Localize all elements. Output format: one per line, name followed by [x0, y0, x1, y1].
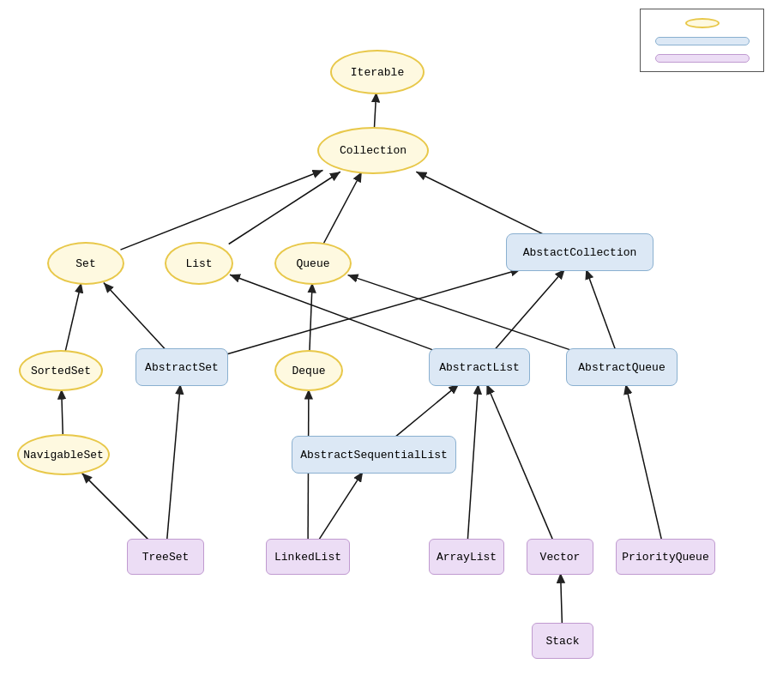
- node-abstractset: AbstractSet: [136, 348, 228, 386]
- legend-class-label: [655, 54, 750, 63]
- node-abstractseqlist: AbstractSequentialList: [292, 436, 456, 474]
- svg-line-5: [416, 172, 545, 235]
- node-sortedset: SortedSet: [19, 350, 103, 391]
- legend-class-item: [653, 54, 751, 63]
- svg-line-6: [65, 283, 81, 353]
- node-collection: Collection: [317, 127, 429, 174]
- legend-abstract-item: [653, 37, 751, 45]
- node-treeset: TreeSet: [127, 539, 204, 575]
- svg-line-20: [467, 384, 478, 540]
- node-abstractlist: AbstractList: [429, 348, 530, 386]
- node-arraylist: ArrayList: [429, 539, 504, 575]
- legend: [640, 9, 764, 72]
- svg-line-9: [310, 283, 312, 353]
- node-vector: Vector: [527, 539, 593, 575]
- svg-line-3: [229, 172, 340, 244]
- node-stack: Stack: [532, 623, 593, 659]
- svg-line-10: [230, 275, 434, 350]
- node-list: List: [165, 242, 233, 285]
- svg-line-12: [348, 275, 572, 351]
- svg-line-17: [82, 474, 150, 541]
- node-iterable: Iterable: [330, 50, 425, 94]
- legend-interface-item: [653, 18, 751, 28]
- legend-interface-label: [685, 18, 720, 28]
- svg-line-21: [486, 384, 553, 540]
- svg-line-13: [586, 269, 616, 350]
- svg-line-23: [561, 573, 563, 625]
- svg-line-18: [318, 472, 363, 540]
- node-queue: Queue: [274, 242, 352, 285]
- legend-abstract-label: [655, 37, 750, 45]
- svg-line-15: [395, 384, 459, 438]
- node-priorityqueue: PriorityQueue: [616, 539, 715, 575]
- svg-line-1: [374, 92, 376, 129]
- svg-line-4: [323, 172, 362, 244]
- svg-line-11: [494, 269, 564, 350]
- node-deque: Deque: [274, 350, 343, 391]
- svg-line-22: [626, 384, 662, 540]
- svg-line-16: [167, 384, 181, 540]
- svg-line-14: [62, 389, 63, 437]
- svg-line-2: [121, 170, 323, 250]
- svg-line-7: [104, 283, 166, 351]
- node-linkedlist: LinkedList: [266, 539, 350, 575]
- svg-line-8: [224, 269, 521, 355]
- node-navigableset: NavigableSet: [17, 434, 110, 475]
- node-set: Set: [47, 242, 124, 285]
- node-abstractqueue: AbstractQueue: [566, 348, 678, 386]
- node-abstractcoll: AbstactCollection: [506, 233, 654, 271]
